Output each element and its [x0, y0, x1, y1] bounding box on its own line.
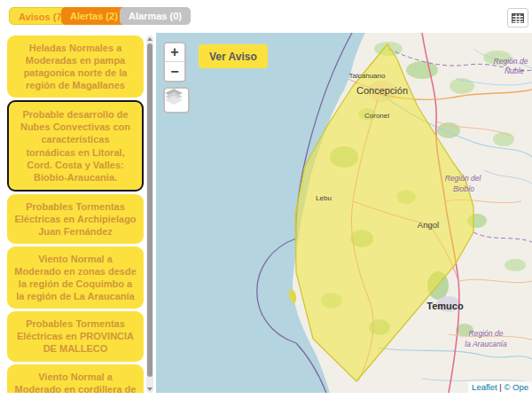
alert-item-nubes-convectivas[interactable]: Probable desarrollo de Nubes Convectivas… [7, 100, 144, 191]
map-canvas: Talcahuano Concepción Coronel Región de … [156, 33, 532, 393]
scroll-down-arrow[interactable] [147, 387, 153, 391]
label-concepcion: Concepción [356, 85, 408, 96]
label-angol: Angol [418, 220, 439, 230]
tab-alertas[interactable]: Alertas (2) [61, 7, 127, 25]
leaflet-link[interactable]: Leaflet [472, 382, 497, 392]
label-nuble-1: Región de [494, 57, 528, 66]
layers-control[interactable] [163, 87, 190, 113]
layers-icon [165, 89, 183, 105]
alert-item-heladas[interactable]: Heladas Normales a Moderadas en pampa pa… [7, 35, 144, 98]
alert-item-tormentas-juan-fernandez[interactable]: Probables Tormentas Eléctricas en Archip… [7, 194, 144, 244]
alert-item-viento-atacama[interactable]: Viento Normal a Moderado en cordillera d… [7, 364, 144, 393]
label-araucania-1: Región de [469, 329, 504, 338]
alert-item-viento-coquimbo-araucania[interactable]: Viento Normal a Moderado en zonas desde … [7, 246, 144, 309]
table-view-button[interactable] [507, 8, 528, 27]
alert-list: Heladas Normales a Moderadas en pampa pa… [7, 35, 144, 393]
sidebar-scrollbar[interactable] [146, 35, 153, 393]
leaflet-map[interactable]: Talcahuano Concepción Coronel Región de … [156, 33, 532, 393]
label-coronel: Coronel [364, 112, 389, 120]
table-grid-icon [512, 13, 524, 23]
label-araucania-2: la Araucanía [465, 340, 507, 348]
zoom-in-button[interactable]: + [165, 43, 184, 62]
label-lebu: Lebu [316, 194, 332, 202]
label-talcahuano: Talcahuano [349, 72, 386, 80]
label-nuble-2: Ñuble [505, 66, 524, 75]
zoom-out-button[interactable]: − [165, 62, 184, 81]
ver-aviso-button[interactable]: Ver Aviso [199, 44, 268, 68]
alert-item-tormentas-malleco[interactable]: Probables Tormentas Eléctricas en PROVIN… [7, 311, 144, 361]
scroll-up-arrow[interactable] [147, 37, 153, 41]
label-biobio-1: Región del [445, 174, 482, 183]
osm-link[interactable]: © Ope [504, 382, 528, 392]
map-attribution: Leaflet | © Ope [468, 381, 532, 393]
scrollbar-thumb[interactable] [147, 43, 153, 377]
label-temuco: Temuco [426, 301, 464, 311]
zoom-control: + − [163, 42, 186, 82]
tab-alarmas[interactable]: Alarmas (0) [120, 7, 191, 25]
label-biobio-2: Biobío [453, 184, 474, 193]
attribution-separator: | [499, 382, 501, 392]
